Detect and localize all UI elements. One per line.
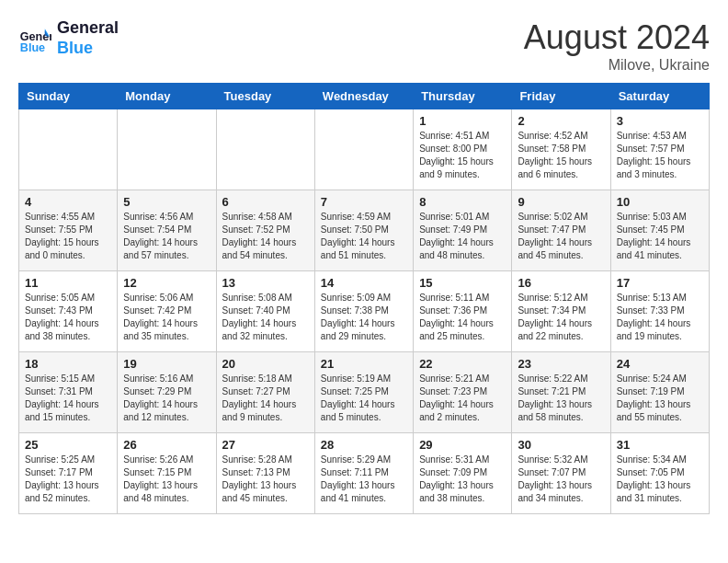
calendar-cell: 7Sunrise: 4:59 AM Sunset: 7:50 PM Daylig… [314, 190, 413, 271]
calendar-cell: 17Sunrise: 5:13 AM Sunset: 7:33 PM Dayli… [610, 271, 709, 352]
calendar-table: SundayMondayTuesdayWednesdayThursdayFrid… [18, 83, 710, 514]
day-number: 26 [123, 438, 210, 452]
calendar-cell: 13Sunrise: 5:08 AM Sunset: 7:40 PM Dayli… [216, 271, 314, 352]
day-number: 25 [25, 438, 111, 452]
day-number: 28 [321, 438, 407, 452]
calendar-subtitle: Milove, Ukraine [524, 57, 710, 74]
day-info: Sunrise: 4:51 AM Sunset: 8:00 PM Dayligh… [419, 130, 506, 181]
calendar-cell: 29Sunrise: 5:31 AM Sunset: 7:09 PM Dayli… [414, 433, 512, 514]
day-info: Sunrise: 4:56 AM Sunset: 7:54 PM Dayligh… [123, 211, 210, 262]
day-number: 23 [518, 357, 604, 371]
day-info: Sunrise: 5:05 AM Sunset: 7:43 PM Dayligh… [25, 292, 111, 343]
day-number: 30 [518, 438, 604, 452]
day-number: 8 [419, 195, 506, 209]
calendar-cell: 26Sunrise: 5:26 AM Sunset: 7:15 PM Dayli… [118, 433, 216, 514]
day-number: 27 [222, 438, 309, 452]
weekday-header-row: SundayMondayTuesdayWednesdayThursdayFrid… [19, 84, 710, 109]
day-number: 1 [419, 114, 506, 128]
day-number: 5 [123, 195, 210, 209]
calendar-cell: 28Sunrise: 5:29 AM Sunset: 7:11 PM Dayli… [314, 433, 413, 514]
day-info: Sunrise: 5:24 AM Sunset: 7:19 PM Dayligh… [617, 373, 703, 424]
calendar-cell: 21Sunrise: 5:19 AM Sunset: 7:25 PM Dayli… [314, 352, 413, 433]
calendar-cell: 11Sunrise: 5:05 AM Sunset: 7:43 PM Dayli… [19, 271, 118, 352]
day-number: 16 [518, 276, 604, 290]
calendar-week-row: 11Sunrise: 5:05 AM Sunset: 7:43 PM Dayli… [19, 271, 710, 352]
calendar-cell: 12Sunrise: 5:06 AM Sunset: 7:42 PM Dayli… [118, 271, 216, 352]
day-number: 18 [25, 357, 111, 371]
calendar-cell [19, 109, 118, 190]
weekday-header-cell: Sunday [19, 84, 118, 109]
day-number: 12 [123, 276, 210, 290]
logo-line1: General [57, 18, 119, 39]
day-info: Sunrise: 4:53 AM Sunset: 7:57 PM Dayligh… [617, 130, 703, 181]
day-number: 15 [419, 276, 506, 290]
calendar-cell: 30Sunrise: 5:32 AM Sunset: 7:07 PM Dayli… [512, 433, 610, 514]
day-info: Sunrise: 5:21 AM Sunset: 7:23 PM Dayligh… [419, 373, 506, 424]
calendar-cell: 24Sunrise: 5:24 AM Sunset: 7:19 PM Dayli… [610, 352, 709, 433]
day-number: 24 [617, 357, 703, 371]
day-number: 31 [617, 438, 703, 452]
day-number: 6 [222, 195, 309, 209]
logo-icon: General Blue [18, 22, 51, 55]
day-number: 3 [617, 114, 703, 128]
day-number: 13 [222, 276, 309, 290]
day-number: 2 [518, 114, 604, 128]
day-info: Sunrise: 5:01 AM Sunset: 7:49 PM Dayligh… [419, 211, 506, 262]
day-info: Sunrise: 5:11 AM Sunset: 7:36 PM Dayligh… [419, 292, 506, 343]
calendar-title: August 2024 [524, 18, 710, 57]
calendar-cell: 8Sunrise: 5:01 AM Sunset: 7:49 PM Daylig… [414, 190, 512, 271]
calendar-cell: 5Sunrise: 4:56 AM Sunset: 7:54 PM Daylig… [118, 190, 216, 271]
calendar-week-row: 25Sunrise: 5:25 AM Sunset: 7:17 PM Dayli… [19, 433, 710, 514]
day-info: Sunrise: 5:28 AM Sunset: 7:13 PM Dayligh… [222, 454, 309, 505]
day-info: Sunrise: 5:15 AM Sunset: 7:31 PM Dayligh… [25, 373, 111, 424]
day-info: Sunrise: 5:19 AM Sunset: 7:25 PM Dayligh… [321, 373, 407, 424]
day-info: Sunrise: 5:03 AM Sunset: 7:45 PM Dayligh… [617, 211, 703, 262]
day-info: Sunrise: 5:13 AM Sunset: 7:33 PM Dayligh… [617, 292, 703, 343]
day-number: 11 [25, 276, 111, 290]
day-info: Sunrise: 4:52 AM Sunset: 7:58 PM Dayligh… [518, 130, 604, 181]
weekday-header-cell: Saturday [610, 84, 709, 109]
calendar-cell: 27Sunrise: 5:28 AM Sunset: 7:13 PM Dayli… [216, 433, 314, 514]
day-info: Sunrise: 5:18 AM Sunset: 7:27 PM Dayligh… [222, 373, 309, 424]
calendar-cell [118, 109, 216, 190]
day-info: Sunrise: 5:32 AM Sunset: 7:07 PM Dayligh… [518, 454, 604, 505]
weekday-header-cell: Thursday [414, 84, 512, 109]
calendar-cell: 15Sunrise: 5:11 AM Sunset: 7:36 PM Dayli… [414, 271, 512, 352]
day-number: 22 [419, 357, 506, 371]
day-info: Sunrise: 4:55 AM Sunset: 7:55 PM Dayligh… [25, 211, 111, 262]
day-info: Sunrise: 5:29 AM Sunset: 7:11 PM Dayligh… [321, 454, 407, 505]
day-info: Sunrise: 4:59 AM Sunset: 7:50 PM Dayligh… [321, 211, 407, 262]
calendar-cell: 4Sunrise: 4:55 AM Sunset: 7:55 PM Daylig… [19, 190, 118, 271]
calendar-cell: 2Sunrise: 4:52 AM Sunset: 7:58 PM Daylig… [512, 109, 610, 190]
logo: General Blue General Blue [18, 18, 119, 58]
calendar-cell: 3Sunrise: 4:53 AM Sunset: 7:57 PM Daylig… [610, 109, 709, 190]
weekday-header-cell: Tuesday [216, 84, 314, 109]
calendar-cell: 25Sunrise: 5:25 AM Sunset: 7:17 PM Dayli… [19, 433, 118, 514]
day-info: Sunrise: 5:09 AM Sunset: 7:38 PM Dayligh… [321, 292, 407, 343]
page-header: General Blue General Blue August 2024 Mi… [18, 18, 710, 74]
calendar-cell: 14Sunrise: 5:09 AM Sunset: 7:38 PM Dayli… [314, 271, 413, 352]
day-info: Sunrise: 5:06 AM Sunset: 7:42 PM Dayligh… [123, 292, 210, 343]
day-number: 29 [419, 438, 506, 452]
day-number: 4 [25, 195, 111, 209]
calendar-cell: 22Sunrise: 5:21 AM Sunset: 7:23 PM Dayli… [414, 352, 512, 433]
day-info: Sunrise: 5:25 AM Sunset: 7:17 PM Dayligh… [25, 454, 111, 505]
weekday-header-cell: Friday [512, 84, 610, 109]
day-info: Sunrise: 5:31 AM Sunset: 7:09 PM Dayligh… [419, 454, 506, 505]
day-number: 14 [321, 276, 407, 290]
day-number: 17 [617, 276, 703, 290]
day-number: 7 [321, 195, 407, 209]
calendar-cell: 31Sunrise: 5:34 AM Sunset: 7:05 PM Dayli… [610, 433, 709, 514]
calendar-cell: 18Sunrise: 5:15 AM Sunset: 7:31 PM Dayli… [19, 352, 118, 433]
calendar-cell: 10Sunrise: 5:03 AM Sunset: 7:45 PM Dayli… [610, 190, 709, 271]
calendar-cell: 1Sunrise: 4:51 AM Sunset: 8:00 PM Daylig… [414, 109, 512, 190]
day-info: Sunrise: 4:58 AM Sunset: 7:52 PM Dayligh… [222, 211, 309, 262]
day-info: Sunrise: 5:26 AM Sunset: 7:15 PM Dayligh… [123, 454, 210, 505]
calendar-cell: 9Sunrise: 5:02 AM Sunset: 7:47 PM Daylig… [512, 190, 610, 271]
weekday-header-cell: Monday [118, 84, 216, 109]
day-info: Sunrise: 5:16 AM Sunset: 7:29 PM Dayligh… [123, 373, 210, 424]
title-block: August 2024 Milove, Ukraine [524, 18, 710, 74]
calendar-cell: 23Sunrise: 5:22 AM Sunset: 7:21 PM Dayli… [512, 352, 610, 433]
day-info: Sunrise: 5:08 AM Sunset: 7:40 PM Dayligh… [222, 292, 309, 343]
svg-text:Blue: Blue [20, 41, 45, 54]
